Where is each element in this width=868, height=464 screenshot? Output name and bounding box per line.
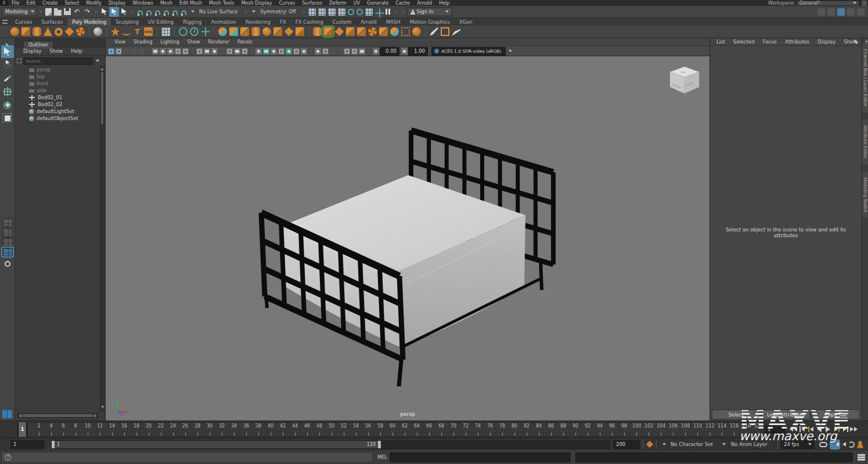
frame-tick[interactable]: 66 (418, 423, 430, 436)
play-backwards-button[interactable] (815, 425, 823, 434)
mel-command-input[interactable] (390, 452, 571, 462)
attribute-editor-menu-item[interactable]: Focus (759, 39, 781, 45)
gamma-icon[interactable] (286, 48, 292, 55)
script-editor-icon[interactable] (858, 454, 865, 461)
frame-tick[interactable]: 102 (638, 423, 650, 436)
step-forward-frame-button[interactable] (841, 425, 849, 434)
offset-edge-loop-icon[interactable] (368, 27, 377, 36)
quad-draw-icon[interactable] (346, 27, 355, 36)
animation-preferences-icon[interactable] (857, 441, 863, 448)
platonic-solid-icon[interactable] (93, 27, 102, 36)
frame-tick[interactable]: 46 (296, 423, 308, 436)
frame-tick[interactable]: 98 (613, 423, 625, 436)
bridge-icon[interactable] (296, 27, 304, 36)
frame-tick[interactable]: 48 (308, 423, 320, 436)
scroll-up-arrow[interactable] (100, 68, 104, 70)
attribute-editor-menu-item[interactable]: Help (861, 39, 868, 45)
outliner-panel-tab[interactable]: Outliner (23, 41, 53, 49)
two-pane-layout-button[interactable] (2, 238, 13, 246)
attribute-editor-menu-item[interactable]: Attributes (781, 39, 813, 45)
outliner-menu-item[interactable]: Help (67, 48, 85, 55)
outliner-persp-layout-button[interactable] (2, 248, 13, 256)
frame-tick[interactable]: 96 (601, 423, 613, 436)
mute-audio-icon[interactable] (842, 442, 846, 447)
menu-item[interactable]: Generate (363, 0, 392, 6)
anim-layer-selector[interactable]: No Anim Layer (728, 440, 775, 449)
menu-item[interactable]: Mesh (157, 0, 176, 6)
paint-select-tool[interactable] (1, 72, 14, 85)
menu-item[interactable]: Display (105, 0, 129, 6)
range-end-handle[interactable] (378, 441, 381, 448)
shelf-tab[interactable]: Animation (206, 18, 240, 26)
snap-view-plane-icon[interactable] (172, 10, 178, 15)
field-chart-icon[interactable] (301, 48, 307, 55)
combine-icon[interactable] (218, 27, 227, 36)
xray-icon[interactable] (263, 48, 269, 55)
poly-cone-icon[interactable] (44, 27, 52, 36)
chevron-down-icon[interactable] (191, 10, 195, 13)
frame-tick[interactable]: 40 (260, 423, 272, 436)
center-pivot-icon[interactable] (179, 27, 188, 36)
magnifier-icon[interactable] (5, 261, 10, 267)
attribute-editor-menu-item[interactable]: Selected (729, 39, 759, 45)
outliner-toggle-icon[interactable] (847, 8, 855, 16)
menu-item[interactable]: Surfaces (298, 0, 326, 6)
character-set-selector[interactable]: No Character Set (668, 440, 719, 449)
frame-tick[interactable]: 92 (577, 423, 589, 436)
hypershade-icon[interactable] (318, 8, 326, 16)
frame-tick[interactable]: 76 (479, 423, 491, 436)
wireframe-icon[interactable] (196, 48, 203, 55)
scrollbar-thumb[interactable] (23, 414, 93, 417)
gamma-field[interactable]: 1.00 (408, 47, 428, 56)
render-current-frame-icon[interactable] (338, 8, 345, 16)
two-d-pan-icon[interactable] (152, 48, 159, 55)
viewport-menu-item[interactable]: Renderer (204, 39, 233, 45)
frame-tick[interactable]: 54 (345, 423, 357, 436)
viewport-menu-item[interactable]: Lighting (156, 39, 183, 45)
isolate-select-icon[interactable] (255, 48, 262, 55)
menu-item[interactable]: Mesh Display (237, 0, 275, 6)
bookmark-icon[interactable] (131, 48, 137, 55)
frame-tick[interactable]: 72 (455, 423, 467, 436)
rotate-tool[interactable] (1, 99, 14, 111)
frame-tick[interactable]: 28 (186, 423, 199, 436)
scale-tool[interactable] (1, 112, 14, 125)
dock-vertical-tab[interactable]: Channel Box / Layer Editor (862, 43, 868, 113)
group-separator[interactable]: › (95, 9, 98, 14)
shaded-icon[interactable] (204, 48, 210, 55)
outliner-item[interactable]: Bed02_01 (15, 94, 99, 101)
undo-icon[interactable]: ↶ (73, 8, 81, 16)
frame-tick[interactable]: 14 (101, 423, 113, 436)
pose-editor-icon[interactable] (827, 8, 835, 16)
lattice-icon[interactable] (401, 27, 410, 36)
group-separator[interactable]: › (395, 9, 398, 14)
frame-tick[interactable]: 94 (589, 423, 601, 436)
frame-tick[interactable]: 2 (28, 423, 40, 436)
frame-tick[interactable]: 6 (52, 423, 64, 436)
playback-sync-icon[interactable] (848, 441, 855, 448)
frame-tick[interactable]: 60 (381, 423, 394, 436)
viewport-canvas[interactable]: top FRONT RIGHT persp (106, 56, 709, 420)
menu-item[interactable]: Create (39, 0, 62, 6)
menu-item[interactable]: File (8, 0, 23, 6)
exposure-toggle-icon[interactable] (373, 48, 379, 55)
animation-start-field[interactable]: 1 (10, 440, 44, 449)
help-icon[interactable]: ? (5, 454, 11, 461)
group-separator[interactable]: › (402, 9, 405, 14)
frame-tick[interactable]: 88 (552, 423, 564, 436)
frame-tick[interactable]: 86 (540, 423, 552, 436)
time-slider-ticks[interactable]: 2468101214161820222426283032343638404244… (27, 422, 760, 437)
poly-disc-icon[interactable] (76, 27, 85, 36)
svg-tool-icon[interactable]: SVG (144, 27, 153, 36)
shadows-icon[interactable] (226, 48, 233, 55)
frame-tick[interactable]: 78 (491, 423, 503, 436)
workspace-reset-icon[interactable] (857, 8, 865, 16)
edit-curve-icon[interactable] (441, 27, 449, 36)
frame-tick[interactable]: 42 (272, 423, 284, 436)
outliner-item[interactable]: defaultLightSet (15, 108, 99, 115)
step-back-key-button[interactable] (806, 425, 815, 434)
shelf-tab[interactable]: Arnold (356, 18, 381, 26)
playback-range[interactable]: 1 120 (52, 441, 381, 448)
menu-set-dropdown[interactable]: Modeling (2, 8, 37, 16)
outliner-menu-item[interactable]: Display (20, 48, 45, 55)
